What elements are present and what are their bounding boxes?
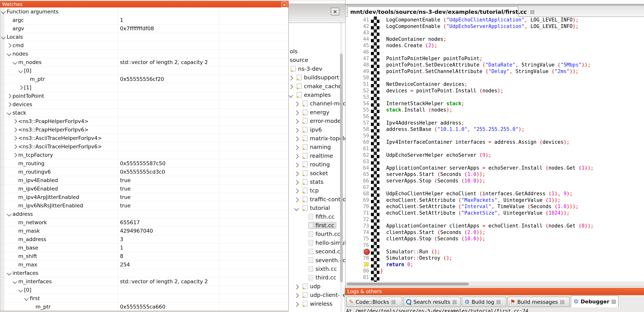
tree-item-inner[interactable]: fifth.cc xyxy=(308,213,337,220)
log-tab-code-blocks[interactable]: ✎Code::Blocks⊠ xyxy=(346,297,402,307)
watch-row[interactable]: [0] xyxy=(0,66,288,75)
watches-close-button[interactable]: × xyxy=(282,2,287,7)
chevron-down-icon[interactable] xyxy=(7,212,11,216)
tree-item-inner[interactable]: hello-simul xyxy=(308,239,346,246)
watch-row[interactable]: interfaces xyxy=(0,269,288,277)
code-line[interactable]: 63 xyxy=(346,158,644,165)
chevron-right-icon[interactable] xyxy=(294,102,299,107)
tree-item-inner[interactable]: naming xyxy=(302,143,333,151)
tree-item-inner[interactable]: udp-client-ser xyxy=(302,291,346,299)
tree-item-inner[interactable]: source xyxy=(289,56,310,64)
code-line[interactable]: 79 return 0; xyxy=(346,262,644,268)
chevron-right-icon[interactable] xyxy=(18,85,23,90)
code-line[interactable]: 45 nodes.Create (2); xyxy=(346,42,644,49)
chevron-right-icon[interactable] xyxy=(294,293,299,298)
tree-item-inner[interactable]: energy xyxy=(302,109,332,116)
tree-item[interactable]: fifth.cc xyxy=(289,213,346,222)
chevron-down-icon[interactable] xyxy=(294,206,299,211)
code-line[interactable]: 56 xyxy=(346,114,644,120)
tree-item-inner[interactable]: routing xyxy=(302,161,332,168)
chevron-right-icon[interactable] xyxy=(7,94,11,98)
tree-item[interactable]: socket xyxy=(289,169,346,178)
chevron-down-icon[interactable] xyxy=(18,68,23,73)
code-line[interactable]: 52 devices = pointToPoint.Install (nodes… xyxy=(346,88,644,94)
chevron-right-icon[interactable] xyxy=(294,119,299,124)
code-line[interactable]: 75 clientApps.Stop (Seconds (10.0)); xyxy=(346,236,644,242)
code-line[interactable]: 76 xyxy=(346,242,644,249)
editor-tab[interactable]: mnt/dev/tools/source/ns-3-dev/examples/t… xyxy=(347,6,518,17)
watch-row[interactable]: argc1 xyxy=(0,16,288,24)
code-line[interactable]: 67 xyxy=(346,184,644,191)
code-line[interactable]: 71 echoClient.SetAttribute ("PacketSize"… xyxy=(346,210,644,217)
code-line[interactable]: 53 xyxy=(346,94,644,101)
tree-item-inner[interactable]: examples xyxy=(296,91,333,99)
chevron-right-icon[interactable] xyxy=(294,302,299,307)
chevron-down-icon[interactable] xyxy=(7,271,11,275)
code-line[interactable]: 54 InternetStackHelper stack; xyxy=(346,101,644,107)
chevron-right-icon[interactable] xyxy=(12,128,17,132)
tree-item[interactable]: traffic-contro xyxy=(289,195,346,204)
chevron-right-icon[interactable] xyxy=(12,119,17,124)
code-line[interactable]: 47 PointToPointHelper pointToPoint; xyxy=(346,56,644,62)
chevron-down-icon[interactable] xyxy=(288,93,293,98)
tab-close-icon[interactable]: ⊠ xyxy=(391,299,396,305)
tree-item[interactable]: stats xyxy=(289,178,346,187)
chevron-down-icon[interactable] xyxy=(18,288,23,292)
chevron-right-icon[interactable] xyxy=(294,110,299,115)
tree-item-inner[interactable]: tcp xyxy=(302,187,321,194)
watch-row[interactable]: m_base1 xyxy=(0,244,288,252)
code-line[interactable]: 48 pointToPoint.SetDeviceAttribute ("Dat… xyxy=(346,62,644,68)
chevron-down-icon[interactable] xyxy=(1,9,6,14)
tree-item[interactable]: wireless xyxy=(289,300,346,309)
tab-close-icon[interactable]: ⊠ xyxy=(560,299,565,305)
tree-item-inner[interactable]: cmake_cache xyxy=(296,83,344,90)
tree-item[interactable]: routing xyxy=(289,160,346,169)
tree-item[interactable]: buildsupport xyxy=(289,74,346,82)
chevron-right-icon[interactable] xyxy=(294,189,299,193)
code-line[interactable]: 46 xyxy=(346,49,644,56)
chevron-down-icon[interactable] xyxy=(1,35,6,39)
code-line[interactable]: 41 LogComponentEnable ("UdpEchoClientApp… xyxy=(346,17,644,23)
watch-row[interactable]: m_ptr0x5555555ca660 xyxy=(0,303,288,311)
code-line[interactable]: 66 serverApps.Stop (Seconds (10.0)); xyxy=(346,178,644,184)
watch-row[interactable]: m_ipv4Enabledtrue xyxy=(0,176,288,184)
tree-item[interactable]: ols xyxy=(289,47,346,56)
tree-item-inner[interactable]: socket xyxy=(302,170,330,177)
tree-item[interactable]: error-model xyxy=(289,117,346,126)
watch-row[interactable]: stack xyxy=(0,109,288,117)
chevron-right-icon[interactable] xyxy=(288,76,293,80)
code-line[interactable]: 72 xyxy=(346,217,644,223)
watch-row[interactable]: m_shift8 xyxy=(0,252,288,260)
tree-item[interactable]: energy xyxy=(289,109,346,117)
tree-item-inner[interactable]: tutorial xyxy=(302,204,332,212)
tree-item-inner[interactable]: error-model xyxy=(302,117,345,125)
tree-item[interactable]: realtime xyxy=(289,152,346,160)
chevron-down-icon[interactable] xyxy=(12,279,17,284)
tab-close-icon[interactable]: ⊠ xyxy=(496,299,501,305)
code-line[interactable]: 74 clientApps.Start (Seconds (2.0)); xyxy=(346,229,644,236)
tree-item-inner[interactable]: matrix-topolo xyxy=(302,135,346,142)
watch-row[interactable]: <ns3::PcapHelperForIpv6> xyxy=(0,126,288,134)
code-line[interactable]: 44 NodeContainer nodes; xyxy=(346,36,644,43)
watch-row[interactable]: m_address3 xyxy=(0,235,288,244)
code-line[interactable]: 61 xyxy=(346,146,644,152)
code-line[interactable]: 64 ApplicationContainer serverApps = ech… xyxy=(346,165,644,171)
code-line[interactable]: 70 echoClient.SetAttribute ("Interval", … xyxy=(346,203,644,210)
tree-scrollbar[interactable] xyxy=(340,23,342,312)
chevron-right-icon[interactable] xyxy=(12,144,17,149)
log-tab-debugger[interactable]: ⚙Debugger⊠ xyxy=(571,296,618,308)
tree-item[interactable]: matrix-topolo xyxy=(289,135,346,143)
code-line[interactable]: 60 Ipv4InterfaceContainer interfaces = a… xyxy=(346,139,644,146)
tree-item[interactable]: examples xyxy=(289,91,346,100)
tree-item-inner[interactable]: fourth.cc xyxy=(308,230,342,238)
watch-row[interactable]: address xyxy=(0,210,288,218)
watch-row[interactable]: m_nodesstd::vector of length 2, capacity… xyxy=(0,58,288,66)
code-line[interactable]: 81 xyxy=(346,275,644,281)
chevron-right-icon[interactable] xyxy=(294,145,299,150)
code-line[interactable]: 65 serverApps.Start (Seconds (1.0)); xyxy=(346,171,644,178)
watch-row[interactable]: m_routing0x555555587c50 xyxy=(0,159,288,168)
tree-item-inner[interactable]: realtime xyxy=(302,152,335,159)
watch-row[interactable]: m_ipv6Enabledtrue xyxy=(0,184,288,193)
tree-item-inner[interactable]: channel-mode xyxy=(302,100,346,107)
chevron-down-icon[interactable] xyxy=(12,60,17,65)
